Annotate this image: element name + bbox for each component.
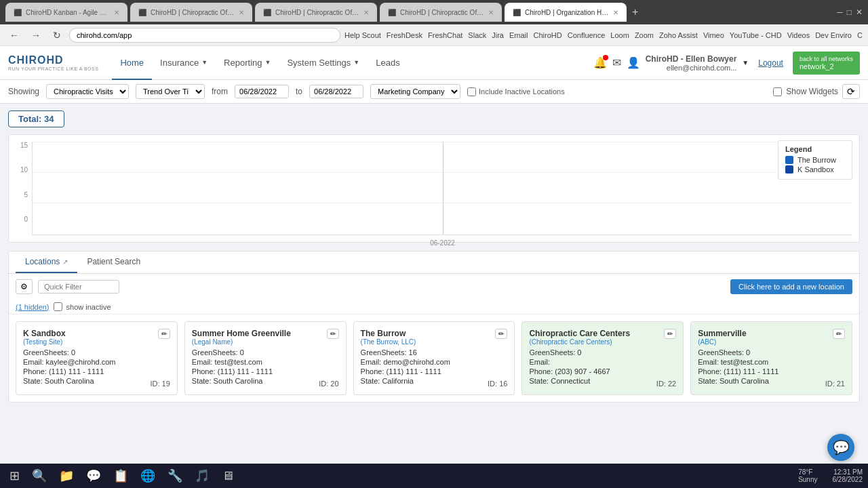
bookmark-misc[interactable]: ChiroHD Misc. <box>857 31 863 39</box>
quick-filter-input[interactable] <box>38 280 119 293</box>
legend-color-sandbox <box>785 165 793 174</box>
bookmark-youtube[interactable]: YouTube - CHD <box>730 31 782 39</box>
show-inactive-checkbox[interactable] <box>54 302 62 311</box>
tab-close-icon[interactable]: ✕ <box>114 9 119 16</box>
to-date-input[interactable] <box>309 85 363 98</box>
back-button[interactable]: ← <box>5 28 23 42</box>
main-nav: Home Insurance ▼ Reporting ▼ System Sett… <box>112 46 408 79</box>
windows-start-button[interactable]: ⊞ <box>5 467 24 485</box>
notifications-button[interactable]: 🔔 <box>593 56 607 69</box>
taskbar-files-button[interactable]: 📁 <box>55 467 78 485</box>
card-edit-button[interactable]: ✏ <box>664 329 676 339</box>
browser-tab-1[interactable]: ⬛ ChiroHD Kanban - Agile Board ✕ <box>5 3 127 22</box>
filter-icon-button[interactable]: ⚙ <box>16 279 33 294</box>
taskbar-search-button[interactable]: 🔍 <box>28 467 51 485</box>
card-header: The Burrow (The Burrow, LLC) ✏ <box>361 329 508 346</box>
add-location-button[interactable]: Click here to add a new location <box>730 279 852 294</box>
tab-close-icon[interactable]: ✕ <box>239 9 244 16</box>
bookmark-loom[interactable]: Loom <box>610 31 629 39</box>
card-email: Email: test@test.com <box>192 358 339 366</box>
trend-select[interactable]: Trend Over Ti <box>136 84 205 99</box>
from-date-input[interactable] <box>235 85 289 98</box>
nav-leads[interactable]: Leads <box>368 46 408 80</box>
hidden-link[interactable]: (1 hidden) <box>16 303 50 311</box>
show-widgets-checkbox[interactable] <box>773 87 782 96</box>
card-email: Email: kaylee@chirohd.com <box>23 358 170 366</box>
bookmark-slack[interactable]: Slack <box>468 31 486 39</box>
support-button[interactable]: 💬 <box>827 434 854 461</box>
card-email: Email: demo@chirohd.com <box>361 358 508 366</box>
browser-tab-4[interactable]: ⬛ ChiroHD | Chiropractic Office M... ✕ <box>380 3 502 22</box>
bookmark-vimeo[interactable]: Vimeo <box>703 31 724 39</box>
include-inactive-checkbox[interactable] <box>467 87 476 96</box>
bookmark-jira[interactable]: Jira <box>492 31 504 39</box>
card-legal: (Legal Name) <box>192 338 291 346</box>
taskbar-chat-button[interactable]: 💬 <box>82 467 105 485</box>
taskbar-teams-button[interactable]: 📋 <box>109 467 132 485</box>
bookmark-chirohd[interactable]: ChiroHD <box>534 31 562 39</box>
total-badge[interactable]: Total: 34 <box>8 110 64 127</box>
card-edit-button[interactable]: ✏ <box>495 329 507 339</box>
bookmark-email[interactable]: Email <box>509 31 528 39</box>
network-badge[interactable]: back to all networks network_2 <box>793 52 860 75</box>
refresh-button[interactable]: ↻ <box>49 28 65 42</box>
tab-close-icon[interactable]: ✕ <box>488 9 494 16</box>
card-name: Chiropractic Care Centers <box>529 329 630 338</box>
showing-select[interactable]: Chiropractic Visits <box>46 84 129 99</box>
card-email: Email: test@test.com <box>698 358 845 366</box>
messages-button[interactable]: ✉ <box>612 56 621 69</box>
tab-patient-search[interactable]: Patient Search <box>77 251 150 273</box>
card-name: Summer Home Greenville <box>192 329 291 338</box>
card-edit-button[interactable]: ✏ <box>833 329 845 339</box>
logo-text: CHIROHD <box>8 54 64 66</box>
nav-reporting[interactable]: Reporting ▼ <box>216 46 279 80</box>
nav-home[interactable]: Home <box>112 46 152 80</box>
marketing-select[interactable]: Marketing Company <box>370 84 460 99</box>
bookmark-dev[interactable]: Dev Enviro <box>815 31 852 39</box>
taskbar-app3-button[interactable]: 🖥 <box>218 468 238 485</box>
browser-tab-5[interactable]: ⬛ ChiroHD | Organization Home ✕ <box>505 3 627 22</box>
bookmark-zoom[interactable]: Zoom <box>635 31 654 39</box>
tab-label: ChiroHD | Organization Home <box>525 9 609 16</box>
bookmark-freshdesk[interactable]: FreshDesk <box>387 31 422 39</box>
url-bar[interactable] <box>69 28 340 43</box>
hidden-bar: (1 hidden) show inactive <box>9 300 859 314</box>
card-name-group: Summer Home Greenville (Legal Name) <box>192 329 291 346</box>
tab-label: ChiroHD Kanban - Agile Board <box>26 9 110 16</box>
new-tab-button[interactable]: + <box>632 6 638 18</box>
forward-button[interactable]: → <box>27 28 45 42</box>
legend-label-burrow: The Burrow <box>797 156 836 164</box>
nav-system-settings[interactable]: System Settings ▼ <box>279 46 368 80</box>
bookmark-videos[interactable]: Videos <box>787 31 810 39</box>
user-dropdown-icon[interactable]: ▼ <box>742 59 749 66</box>
card-edit-button[interactable]: ✏ <box>327 329 339 339</box>
tab-close-icon[interactable]: ✕ <box>613 9 618 16</box>
tab-label: ChiroHD | Chiropractic Office M... <box>151 9 235 16</box>
card-name-group: Summerville (ABC) <box>698 329 746 346</box>
chart-x-label: 06-2022 <box>430 239 455 247</box>
card-edit-button[interactable]: ✏ <box>158 329 170 339</box>
taskbar-app1-button[interactable]: 🔧 <box>163 467 186 485</box>
bookmark-zoho[interactable]: Zoho Assist <box>659 31 698 39</box>
bookmark-freshchat[interactable]: FreshChat <box>428 31 462 39</box>
taskbar-weather: 78°F Sunny <box>798 468 817 483</box>
refresh-button[interactable]: ⟳ <box>842 84 860 99</box>
bookmark-confluence[interactable]: Confluence <box>568 31 606 39</box>
card-name: The Burrow <box>361 329 416 338</box>
bookmarks-bar: Help Scout FreshDesk FreshChat Slack Jir… <box>344 31 863 39</box>
users-button[interactable]: 👤 <box>627 56 640 69</box>
taskbar-app2-button[interactable]: 🎵 <box>191 467 214 485</box>
card-state: State: California <box>361 377 414 386</box>
nav-insurance[interactable]: Insurance ▼ <box>152 46 216 80</box>
tab-locations[interactable]: Locations ↗ <box>16 251 77 273</box>
y-axis-5: 5 <box>16 191 28 199</box>
card-legal: (Chiropractic Care Centers) <box>529 338 630 346</box>
browser-tab-3[interactable]: ⬛ ChiroHD | Chiropractic Office M... ✕ <box>255 3 377 22</box>
tab-close-icon[interactable]: ✕ <box>363 9 369 16</box>
browser-tab-2[interactable]: ⬛ ChiroHD | Chiropractic Office M... ✕ <box>130 3 252 22</box>
bookmark-helpscout[interactable]: Help Scout <box>344 31 381 39</box>
logout-button[interactable]: Logout <box>754 58 787 68</box>
from-label: from <box>212 87 228 96</box>
taskbar-chrome-button[interactable]: 🌐 <box>136 467 159 485</box>
card-header: Summerville (ABC) ✏ <box>698 329 845 346</box>
